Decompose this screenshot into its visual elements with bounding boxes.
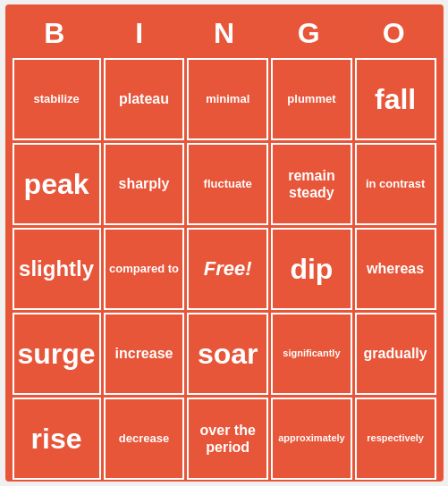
bingo-cell-r2-c1[interactable]: compared to xyxy=(104,228,185,310)
bingo-grid: stabilizeplateauminimalplummetfallpeaksh… xyxy=(13,58,436,480)
bingo-cell-r2-c2[interactable]: Free! xyxy=(187,228,268,310)
bingo-cell-r0-c2[interactable]: minimal xyxy=(187,58,268,140)
bingo-header: BINGO xyxy=(13,12,436,54)
bingo-cell-r1-c1[interactable]: sharply xyxy=(104,143,185,225)
bingo-cell-r0-c3[interactable]: plummet xyxy=(271,58,352,140)
bingo-cell-r3-c2[interactable]: soar xyxy=(187,313,268,395)
bingo-letter-i: I xyxy=(97,17,182,50)
bingo-cell-r4-c0[interactable]: rise xyxy=(13,398,101,480)
bingo-cell-r1-c3[interactable]: remain steady xyxy=(271,143,352,225)
bingo-letter-o: O xyxy=(351,17,436,50)
bingo-letter-g: G xyxy=(266,17,351,50)
bingo-cell-r0-c4[interactable]: fall xyxy=(355,58,436,140)
bingo-cell-r4-c2[interactable]: over the period xyxy=(187,398,268,480)
bingo-cell-r0-c1[interactable]: plateau xyxy=(104,58,185,140)
bingo-letter-b: B xyxy=(13,17,97,50)
bingo-cell-r3-c4[interactable]: gradually xyxy=(355,313,436,395)
bingo-cell-r3-c3[interactable]: significantly xyxy=(271,313,352,395)
bingo-cell-r1-c4[interactable]: in contrast xyxy=(355,143,436,225)
bingo-cell-r2-c0[interactable]: slightly xyxy=(13,228,101,310)
bingo-cell-r2-c4[interactable]: whereas xyxy=(355,228,436,310)
bingo-cell-r2-c3[interactable]: dip xyxy=(271,228,352,310)
bingo-card: BINGO stabilizeplateauminimalplummetfall… xyxy=(5,4,444,482)
bingo-letter-n: N xyxy=(182,17,266,50)
bingo-cell-r4-c3[interactable]: approximately xyxy=(271,398,352,480)
bingo-cell-r3-c0[interactable]: surge xyxy=(13,313,101,395)
bingo-cell-r4-c1[interactable]: decrease xyxy=(104,398,185,480)
bingo-cell-r4-c4[interactable]: respectively xyxy=(355,398,436,480)
bingo-cell-r1-c2[interactable]: fluctuate xyxy=(187,143,268,225)
bingo-cell-r1-c0[interactable]: peak xyxy=(13,143,101,225)
bingo-cell-r3-c1[interactable]: increase xyxy=(104,313,185,395)
bingo-cell-r0-c0[interactable]: stabilize xyxy=(13,58,101,140)
